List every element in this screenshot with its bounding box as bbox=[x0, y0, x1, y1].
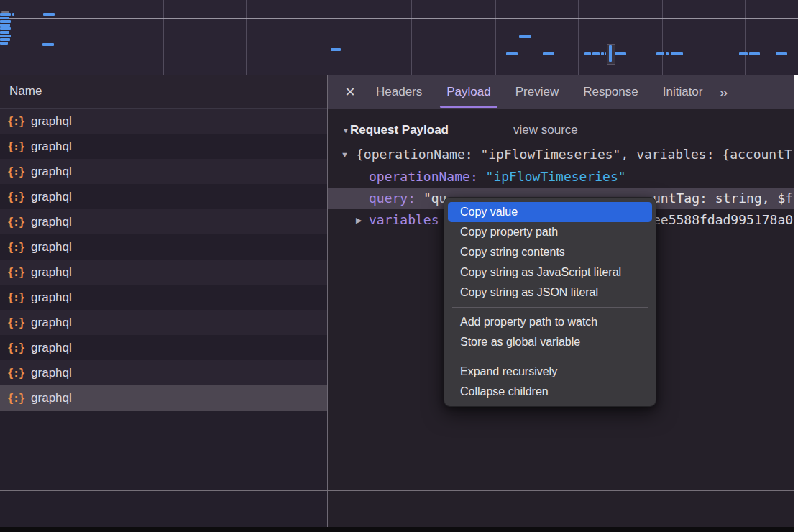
json-file-icon: {:} bbox=[7, 165, 24, 178]
menu-separator bbox=[452, 357, 648, 357]
network-request-row[interactable]: {:}graphql bbox=[0, 184, 327, 209]
timeline-gridline bbox=[163, 0, 164, 75]
timeline-bar bbox=[671, 52, 683, 55]
request-name: graphql bbox=[31, 165, 72, 179]
collapse-triangle-icon[interactable]: ▼ bbox=[341, 144, 349, 165]
timeline-bar bbox=[656, 52, 664, 55]
request-name: graphql bbox=[31, 139, 72, 154]
timeline-gridline bbox=[578, 0, 579, 75]
network-request-row[interactable]: {:}graphql bbox=[0, 209, 327, 234]
timeline-gridline bbox=[81, 0, 81, 75]
json-file-icon: {:} bbox=[7, 266, 24, 279]
tab-response[interactable]: Response bbox=[571, 75, 651, 109]
json-file-icon: {:} bbox=[7, 291, 24, 304]
timeline-bar bbox=[601, 52, 604, 55]
expand-triangle-icon[interactable]: ▶ bbox=[356, 209, 362, 231]
tab-payload[interactable]: Payload bbox=[434, 75, 503, 109]
timeline-bar bbox=[0, 27, 11, 30]
network-overview-timeline[interactable] bbox=[0, 0, 798, 76]
tree-row-object-preview[interactable]: ▼ {operationName: "ipFlowTimeseries", va… bbox=[328, 144, 794, 165]
network-request-row[interactable]: {:}graphql bbox=[0, 260, 327, 285]
details-tab-strip: ✕ HeadersPayloadPreviewResponseInitiator… bbox=[328, 75, 794, 109]
timeline-bar bbox=[614, 52, 626, 55]
timeline-gridline bbox=[411, 0, 412, 75]
timeline-baseline bbox=[0, 18, 798, 19]
timeline-bar bbox=[592, 52, 600, 55]
timeline-bar bbox=[12, 13, 14, 16]
request-name: graphql bbox=[31, 290, 72, 305]
network-request-row[interactable]: {:}graphql bbox=[0, 134, 327, 159]
tab-preview[interactable]: Preview bbox=[503, 75, 571, 109]
menu-item-collapse-children[interactable]: Collapse children bbox=[448, 382, 652, 402]
timeline-bar bbox=[0, 13, 11, 16]
tab-initiator[interactable]: Initiator bbox=[651, 75, 715, 109]
collapse-triangle-icon[interactable]: ▼ bbox=[342, 119, 349, 142]
view-source-link[interactable]: view source bbox=[513, 119, 578, 142]
request-name: graphql bbox=[31, 190, 72, 204]
screen-right-edge bbox=[794, 75, 798, 532]
network-request-row[interactable]: {:}graphql bbox=[0, 234, 327, 260]
network-request-row[interactable]: {:}graphql bbox=[0, 310, 327, 335]
menu-item-copy-string-as-javascript-literal[interactable]: Copy string as JavaScript literal bbox=[448, 262, 652, 283]
context-menu: Copy valueCopy property pathCopy string … bbox=[444, 197, 656, 407]
network-request-row[interactable]: {:}graphql bbox=[0, 285, 327, 310]
json-file-icon: {:} bbox=[7, 115, 24, 128]
timeline-gridline bbox=[329, 0, 329, 75]
timeline-bar bbox=[0, 31, 9, 34]
menu-item-copy-value[interactable]: Copy value bbox=[448, 202, 652, 222]
network-request-row[interactable]: {:}graphql bbox=[0, 335, 327, 360]
request-name: graphql bbox=[31, 265, 72, 280]
timeline-bar bbox=[0, 35, 11, 37]
property-value-end: ee5588fdad995178a0 bbox=[653, 209, 793, 231]
menu-item-expand-recursively[interactable]: Expand recursively bbox=[448, 362, 652, 382]
timeline-bar bbox=[331, 48, 341, 51]
timeline-bar bbox=[0, 24, 10, 27]
network-request-row[interactable]: {:}graphql bbox=[0, 360, 327, 385]
section-title: Request Payload bbox=[350, 119, 449, 142]
property-value-end: untTag: string, $f bbox=[653, 188, 793, 209]
json-file-icon: {:} bbox=[7, 191, 24, 203]
devtools-window: Name {:}graphql{:}graphql{:}graphql{:}gr… bbox=[0, 0, 798, 532]
property-key: query: bbox=[369, 191, 416, 206]
menu-item-copy-property-path[interactable]: Copy property path bbox=[448, 222, 652, 242]
timeline-bar bbox=[605, 52, 606, 55]
json-file-icon: {:} bbox=[7, 367, 24, 380]
request-name: graphql bbox=[31, 391, 72, 405]
menu-item-copy-string-as-json-literal[interactable]: Copy string as JSON literal bbox=[448, 283, 652, 303]
timeline-gridline bbox=[745, 0, 746, 75]
timeline-gridline bbox=[495, 0, 496, 75]
request-payload-section: ▼ Request Payload view source bbox=[328, 119, 794, 142]
property-key: operationName: bbox=[369, 169, 478, 184]
timeline-bar bbox=[506, 52, 518, 55]
menu-item-store-as-global-variable[interactable]: Store as global variable bbox=[448, 332, 652, 352]
footer-divider bbox=[0, 490, 794, 491]
property-key: variables bbox=[369, 209, 439, 231]
json-file-icon: {:} bbox=[7, 216, 24, 229]
column-header-name[interactable]: Name bbox=[0, 75, 327, 109]
tab-headers[interactable]: Headers bbox=[364, 75, 434, 109]
timeline-bar bbox=[0, 20, 11, 23]
network-request-row[interactable]: {:}graphql bbox=[0, 109, 327, 134]
close-details-button[interactable]: ✕ bbox=[336, 84, 364, 100]
pane-divider[interactable] bbox=[327, 75, 328, 527]
timeline-bar bbox=[776, 52, 787, 55]
tree-row-operation-name[interactable]: operationName: "ipFlowTimeseries" bbox=[328, 166, 794, 188]
timeline-bar bbox=[0, 42, 8, 45]
json-file-icon: {:} bbox=[7, 341, 24, 354]
timeline-gridline bbox=[662, 0, 663, 75]
timeline-bar bbox=[42, 43, 54, 46]
json-file-icon: {:} bbox=[7, 140, 24, 153]
network-request-row[interactable]: {:}graphql bbox=[0, 385, 327, 411]
request-name: graphql bbox=[31, 366, 72, 380]
more-tabs-icon[interactable]: » bbox=[719, 83, 728, 101]
menu-item-add-property-path-to-watch[interactable]: Add property path to watch bbox=[448, 312, 652, 332]
timeline-bar bbox=[739, 52, 748, 55]
json-file-icon: {:} bbox=[7, 241, 24, 254]
network-request-row[interactable]: {:}graphql bbox=[0, 159, 327, 184]
timeline-bar bbox=[749, 52, 760, 55]
timeline-bar bbox=[584, 52, 591, 55]
request-name: graphql bbox=[31, 341, 72, 355]
menu-item-copy-string-contents[interactable]: Copy string contents bbox=[448, 242, 652, 262]
timeline-bar bbox=[0, 38, 10, 41]
object-preview-text: {operationName: "ipFlowTimeseries", vari… bbox=[356, 144, 792, 165]
